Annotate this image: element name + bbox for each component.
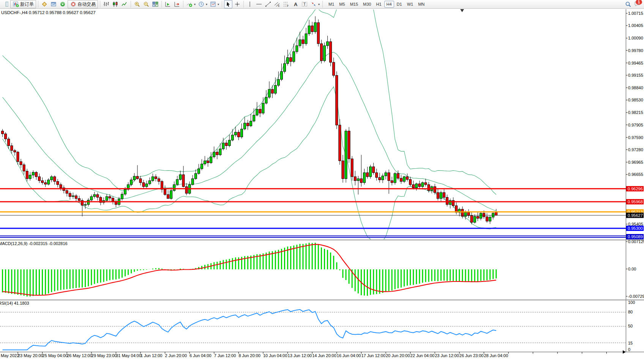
time-axis-first-label: May 2022	[1, 353, 19, 358]
price-level-tag: 0.95089	[626, 234, 644, 239]
timeframe-h1[interactable]: H1	[374, 1, 384, 8]
market-watch-button[interactable]	[49, 0, 58, 8]
time-tick-label: 6 Jun 04:00	[189, 353, 212, 358]
timeframe-m15[interactable]: M15	[348, 1, 360, 8]
rsi-axis: 1008050150	[628, 300, 635, 352]
periods-button[interactable]: ▾	[197, 0, 208, 8]
svg-text:T: T	[303, 2, 306, 6]
templates-icon	[210, 1, 216, 8]
vline-icon	[246, 1, 253, 8]
toolbar-right: 1	[625, 0, 643, 8]
cursor-button[interactable]	[224, 0, 232, 8]
rsi-line	[3, 310, 496, 350]
arrows-button[interactable]: ▾	[309, 0, 320, 8]
svg-text:A: A	[294, 2, 298, 7]
price-tick-label: 0.97905	[628, 123, 643, 127]
price-level-tag-text: 0.95089	[628, 234, 643, 239]
new-order-button[interactable]: 新订单	[10, 0, 36, 8]
time-tick-label: 8 Jun 20:00	[238, 353, 260, 358]
time-tick-label: 22 Jun 04:00	[410, 353, 435, 358]
toolbar-separator	[161, 1, 162, 8]
timeframe-h4[interactable]: H4	[384, 1, 394, 8]
timeframe-mn[interactable]: MN	[416, 1, 427, 8]
channel-icon: E	[274, 1, 281, 8]
toolbar-separator	[100, 1, 100, 8]
price-tick-label: 0.96965	[628, 160, 643, 164]
time-tick-label: 26 May 12:00	[67, 353, 92, 358]
vertical-line-button[interactable]	[246, 0, 254, 8]
auto-trading-button[interactable]: 自动交易	[68, 0, 98, 8]
search-icon[interactable]	[625, 1, 631, 8]
price-axis[interactable]: 1.007151.004051.000900.997800.994650.991…	[626, 11, 643, 226]
fibonacci-button[interactable]: F	[282, 0, 290, 8]
chevron-down-icon: ▾	[206, 3, 207, 6]
notifications-button[interactable]: 1	[634, 0, 641, 8]
zoom-out-icon	[143, 1, 150, 8]
bar-chart-button[interactable]	[102, 0, 110, 8]
cursor-icon	[225, 1, 232, 8]
price-tick-label: 0.98215	[628, 110, 643, 115]
price-tick-label: 0.97590	[628, 135, 643, 140]
chart-title: USDCHF-,H4 0.95712 0.95788 0.95627 0.956…	[1, 10, 96, 15]
autotrading-icon	[70, 1, 77, 8]
macd-axis: 0.0071290.00-0.00729	[626, 239, 644, 299]
price-tick-label: 0.99155	[628, 73, 643, 77]
toolbar-separator	[183, 1, 183, 8]
price-tick-label: 0.99780	[628, 48, 643, 53]
candles-layer	[2, 16, 497, 225]
label-icon: T	[301, 1, 308, 8]
timeframe-m30[interactable]: M30	[361, 1, 373, 8]
templates-button[interactable]: ▾	[209, 0, 220, 8]
equidistant-channel-button[interactable]: E	[273, 0, 281, 8]
rsi-axis-label: 50	[628, 324, 633, 328]
crosshair-button[interactable]	[233, 0, 242, 8]
tile-windows-icon	[152, 1, 159, 8]
time-tick-label: 7 Jun 12:00	[214, 353, 236, 358]
time-tick-label: 14 Jun 20:00	[312, 353, 336, 358]
auto-scroll-button[interactable]	[164, 0, 172, 8]
time-tick-label: 26 Jun 23:00	[459, 353, 484, 358]
candle-chart-button[interactable]	[111, 0, 120, 8]
chevron-down-icon: ▾	[194, 3, 196, 6]
timeframe-w1[interactable]: W1	[405, 1, 416, 8]
time-tick-label: 23 May 20:00	[18, 353, 43, 358]
horizontal-line-button[interactable]	[255, 0, 263, 8]
current-price-tag-text: 0.95627	[628, 213, 643, 218]
current-price-tag: 0.95627	[626, 213, 644, 218]
trendline-button[interactable]	[264, 0, 272, 8]
tile-windows-button[interactable]	[151, 0, 159, 8]
toolbar-separator	[322, 1, 323, 8]
time-tick-label: 28 Jun 04:00	[484, 353, 508, 358]
text-button[interactable]: A	[291, 0, 300, 8]
chart-shift-icon	[174, 1, 180, 8]
rsi-level-lines	[0, 312, 626, 343]
text-label-button[interactable]: T	[300, 0, 309, 8]
price-tick-label: 1.00090	[628, 36, 643, 40]
line-chart-icon	[121, 1, 128, 8]
text-icon: A	[292, 1, 299, 8]
indicators-button[interactable]: ▾	[185, 0, 196, 8]
price-chart[interactable]: 1.007151.004051.000900.997800.994650.991…	[0, 0, 644, 359]
price-level-tag-text: 0.95300	[628, 226, 643, 231]
timeframe-d1[interactable]: D1	[395, 1, 404, 8]
timeframe-m5[interactable]: M5	[337, 1, 347, 8]
chart-shift-button[interactable]	[173, 0, 181, 8]
timeframe-group: M1M5M15M30H1H4D1W1MN	[326, 1, 427, 8]
profiles-button[interactable]	[40, 0, 49, 8]
chevron-down-icon: ▾	[318, 3, 320, 6]
time-tick-label: 29 May 23:00	[92, 353, 117, 358]
zoom-in-button[interactable]	[133, 0, 141, 8]
clipped-icon[interactable]	[1, 0, 9, 8]
time-tick-label: 31 May 04:00	[116, 353, 141, 358]
price-tick-label: 1.00715	[628, 11, 643, 16]
time-axis[interactable]: May 202223 May 20:0025 May 04:0026 May 1…	[1, 350, 626, 358]
chart-shift-marker[interactable]	[460, 9, 464, 12]
timeframe-m1[interactable]: M1	[326, 1, 336, 8]
zoom-out-button[interactable]	[142, 0, 150, 8]
price-level-tag: 0.95968	[626, 199, 644, 204]
zoom-in-icon	[134, 1, 140, 8]
rsi-indicator-label: RSI(14) 41.1803	[0, 301, 29, 305]
line-chart-button[interactable]	[120, 0, 129, 8]
signals-button[interactable]	[58, 0, 67, 8]
rsi-axis-label: 15	[628, 341, 633, 345]
